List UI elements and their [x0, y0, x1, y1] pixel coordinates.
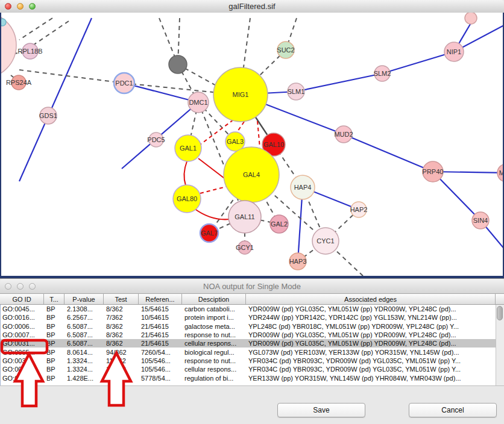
- node-label-RPL18B: RPL18B: [18, 48, 43, 55]
- node-label-HAP2: HAP2: [350, 206, 368, 213]
- node-unlabeled[interactable]: [169, 55, 187, 73]
- minimize-button[interactable]: [17, 283, 24, 290]
- table-cell: GO:0007...: [1, 331, 45, 338]
- table-cell: 8.0614...: [65, 349, 104, 356]
- cancel-button[interactable]: Cancel: [409, 403, 497, 417]
- network-window: galFiltered.sif RPL18BRPS24AGDS1PDC1DMC1…: [0, 0, 504, 278]
- table-cell: 6.5087...: [65, 323, 104, 330]
- table-cell: BP: [45, 357, 65, 364]
- table-cell: 6.5087...: [65, 340, 104, 347]
- node-label-GAL1: GAL1: [180, 145, 197, 152]
- table-cell: 21/54615: [139, 323, 183, 330]
- noa-window-title: NOA output for Single Mode: [203, 282, 301, 291]
- table-cell: YFR034C (pd) YBR093C, YDR009W (pd) YGL03…: [247, 357, 496, 364]
- table-cell: 21/54615: [139, 340, 183, 347]
- close-button[interactable]: [5, 283, 11, 290]
- column-header-t[interactable]: T...: [44, 294, 65, 304]
- table-header-row: GO IDT...P-valueTestReferen...Desciption…: [0, 294, 504, 305]
- table-cell: GO:0031...: [1, 366, 45, 373]
- network-edge: [433, 172, 503, 250]
- network-canvas[interactable]: RPL18BRPS24AGDS1PDC1DMC1MIG1SUC2SLM1SLM2…: [0, 13, 504, 278]
- table-cell: 11/362: [104, 366, 139, 373]
- table-cell: 105/546...: [139, 366, 183, 373]
- table-row[interactable]: GO:0065...BP8.0614...94/3627260/54...bio…: [1, 348, 504, 356]
- column-header-referen[interactable]: Referen...: [139, 294, 182, 304]
- node-label-PDC5: PDC5: [147, 136, 165, 143]
- column-header-p-value[interactable]: P-value: [65, 294, 104, 304]
- table-cell: 7/362: [104, 314, 139, 321]
- table-rows: GO:0045...BP2.1308...8/36215/54615carbon…: [1, 305, 504, 382]
- node-label-SIN4: SIN4: [473, 217, 488, 224]
- noa-window-titlebar[interactable]: NOA output for Single Mode: [0, 279, 504, 294]
- table-row[interactable]: GO:0016...BP6.2567...7/36210/54615protei…: [1, 313, 504, 322]
- network-edge: [194, 208, 230, 219]
- node-label-PDC1: PDC1: [115, 80, 133, 87]
- scrollbar-thumb[interactable]: [497, 306, 503, 320]
- table-cell: YER133W (pp) YOR315W, YNL145W (pd) YHR08…: [247, 375, 496, 382]
- table-row[interactable]: GO:0031...BP1.3324...11/362105/546...cel…: [1, 365, 504, 373]
- table-cell: YFR034C (pd) YBR093C, YDR009W (pd) YGL03…: [247, 366, 496, 373]
- node-unlabeled[interactable]: [465, 13, 477, 24]
- table-cell: BP: [45, 366, 65, 373]
- table-cell: GO:0016...: [1, 314, 45, 321]
- table-cell: YDR009W (pd) YGL035C, YML051W (pp) YDR00…: [247, 305, 496, 313]
- table-row[interactable]: GO:0045...BP2.1308...8/36215/54615carbon…: [1, 305, 504, 313]
- table-cell: BP: [45, 340, 65, 347]
- table-cell: 21/54615: [139, 331, 183, 338]
- close-button[interactable]: [5, 3, 11, 10]
- table-cell: galactose meta...: [183, 323, 247, 330]
- node-label-MIG1: MIG1: [233, 91, 249, 98]
- column-header-go-id[interactable]: GO ID: [0, 294, 44, 304]
- network-edge: [124, 83, 198, 102]
- node-label-GAL10: GAL10: [263, 141, 284, 148]
- table-cell: BP: [45, 331, 65, 338]
- table-cell: GO:0050...: [1, 375, 45, 382]
- node-label-SLM1: SLM1: [288, 88, 305, 95]
- table-cell: protein import i...: [183, 314, 247, 321]
- table-row[interactable]: GO:0031...BP1.3324...11/362105/546...res…: [1, 357, 504, 365]
- traffic-lights: [5, 0, 36, 13]
- table-cell: GO:0006...: [1, 323, 45, 330]
- network-graph: RPL18BRPS24AGDS1PDC1DMC1MIG1SUC2SLM1SLM2…: [1, 13, 503, 276]
- table-body: GO:0045...BP2.1308...8/36215/54615carbon…: [0, 305, 504, 385]
- column-header-desciption[interactable]: Desciption: [182, 294, 246, 304]
- network-window-title: galFiltered.sif: [228, 2, 275, 11]
- node-unlabeled[interactable]: [1, 19, 6, 26]
- save-button[interactable]: Save: [277, 403, 365, 417]
- table-cell: 8/362: [104, 323, 139, 330]
- node-label-GAL11: GAL11: [235, 213, 254, 220]
- node-label-GAL2: GAL2: [271, 220, 288, 228]
- table-cell: 6.5087...: [65, 331, 104, 338]
- table-cell: 2.1308...: [65, 305, 104, 313]
- table-cell: response to nut...: [183, 357, 247, 364]
- node-label-GDS1: GDS1: [39, 112, 57, 119]
- network-edge: [19, 70, 124, 83]
- zoom-button[interactable]: [29, 283, 36, 290]
- network-edge: [19, 18, 92, 181]
- table-row[interactable]: GO:0050...BP1.428E...80/3625778/54...reg…: [1, 373, 504, 382]
- network-edge: [19, 18, 52, 40]
- traffic-lights-inactive: [5, 279, 36, 293]
- table-row[interactable]: GO:0031...BP6.5087...8/36221/54615cellul…: [1, 339, 504, 348]
- vertical-scrollbar[interactable]: [496, 305, 504, 385]
- table-row[interactable]: GO:0006...BP6.5087...8/36221/54615galact…: [1, 322, 504, 331]
- column-header-associated-edges[interactable]: Associated edges: [246, 294, 496, 304]
- table-row[interactable]: GO:0007...BP6.5087...8/36221/54615respon…: [1, 331, 504, 339]
- table-cell: 8/362: [104, 340, 139, 347]
- node-label-GAL3: GAL3: [227, 138, 244, 145]
- table-cell: BP: [45, 314, 65, 321]
- node-label-DMC1: DMC1: [189, 99, 207, 106]
- zoom-button[interactable]: [29, 3, 36, 10]
- table-cell: 7260/54...: [139, 349, 183, 356]
- table-cell: GO:0065...: [1, 349, 45, 356]
- table-cell: BP: [45, 323, 65, 330]
- table-cell: BP: [45, 349, 65, 356]
- network-window-titlebar[interactable]: galFiltered.sif: [0, 0, 504, 13]
- table-cell: 1.3324...: [65, 357, 104, 364]
- minimize-button[interactable]: [17, 3, 24, 10]
- column-header-test[interactable]: Test: [104, 294, 139, 304]
- table-cell: 94/362: [104, 349, 139, 356]
- table-cell: cellular respons...: [183, 366, 247, 373]
- table-cell: 8/362: [104, 331, 139, 338]
- table-cell: 5778/54...: [139, 375, 183, 382]
